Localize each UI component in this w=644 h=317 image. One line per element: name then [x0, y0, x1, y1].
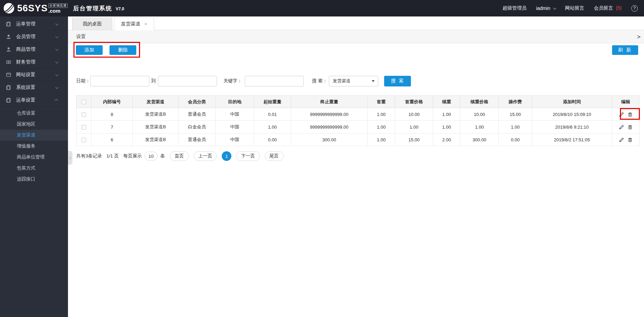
chevron-down-icon	[553, 6, 556, 10]
row-checkbox[interactable]	[81, 125, 86, 130]
member-messages-link[interactable]: 会员留言 (5)	[594, 5, 622, 11]
submenu-item-product-unit-mgmt[interactable]: 商品单位管理	[0, 152, 68, 163]
submenu-item-country-region[interactable]: 国家地区	[0, 119, 68, 130]
col-destination: 目的地	[216, 96, 254, 108]
search-type-select[interactable]: 发货渠道	[329, 76, 378, 86]
trash-icon[interactable]	[628, 125, 633, 130]
row-actions	[612, 112, 639, 117]
member-messages-label: 会员留言	[594, 5, 613, 11]
user-role-label: 超级管理员	[503, 5, 527, 11]
col-operation-fee: 操作费	[499, 96, 532, 108]
sidebar-item-website-settings[interactable]: 网站设置	[0, 69, 68, 81]
submenu-item-value-added-services[interactable]: 增值服务	[0, 141, 68, 152]
per-page-label: 每页展示	[123, 153, 142, 159]
edit-icon[interactable]	[619, 125, 624, 130]
cell-end-weight: 300.00	[291, 133, 368, 146]
chevron-down-icon	[55, 35, 59, 38]
chevron-down-icon	[55, 73, 59, 76]
to-label: 到	[151, 78, 156, 84]
first-page-button[interactable]: 首页	[170, 151, 189, 161]
header-right: 超级管理员 iadmin 网站留言 会员留言 (5) ?	[493, 5, 638, 12]
cell-add-time: 2019/8/2 17:51:05	[532, 133, 612, 146]
sidebar-item-label: 运单管理	[16, 21, 35, 27]
logo-swoosh-icon	[3, 2, 15, 14]
cell-operation-fee: 15.00	[499, 108, 532, 121]
page-info-text: 1/1 页	[106, 153, 119, 159]
submenu-item-warehouse-settings[interactable]: 仓库设置	[0, 108, 68, 119]
date-to-input[interactable]	[158, 76, 217, 86]
cell-first-price: 10.00	[395, 108, 433, 121]
delete-button[interactable]: 删除	[110, 45, 136, 55]
sidebar-item-label: 会员管理	[16, 34, 35, 40]
panel-expand-arrow[interactable]: >	[637, 33, 641, 40]
top-header: 56SYS 全景物流通 .com 后台管理系统 V7.0 超级管理员 iadmi…	[0, 0, 644, 16]
search-button[interactable]: 搜 索	[384, 76, 411, 86]
sidebar-item-finance-mgmt[interactable]: 财务管理	[0, 56, 68, 69]
logo-com: .com	[48, 8, 68, 13]
trash-icon[interactable]	[628, 137, 633, 142]
per-page-unit: 条	[160, 153, 165, 159]
col-cont-price: 续重价格	[460, 96, 499, 108]
chevron-down-icon	[55, 60, 59, 63]
submenu-item-tracking-api[interactable]: 追踪接口	[0, 174, 68, 185]
close-icon[interactable]: ×	[144, 21, 147, 27]
cell-add-time: 2019/8/10 15:09:10	[532, 108, 612, 121]
edit-icon[interactable]	[619, 137, 624, 142]
cell-add-time: 2019/8/6 9:21:10	[532, 121, 612, 133]
panel-header: 设置 >	[68, 30, 644, 43]
add-button[interactable]: 添加	[76, 45, 103, 55]
site-messages-link[interactable]: 网站留言	[565, 5, 584, 11]
row-actions	[612, 125, 639, 130]
tab-shipping-channel[interactable]: 发货渠道 ×	[114, 17, 154, 30]
refresh-button[interactable]: 刷 新	[612, 45, 638, 55]
cell-destination: 中国	[216, 108, 254, 121]
dropdown-caret-icon	[372, 80, 375, 82]
logo-sub: 全景物流通 .com	[48, 3, 68, 13]
cell-member-class: 白金会员	[179, 121, 216, 133]
submenu-item-packing-method[interactable]: 包装方式	[0, 163, 68, 174]
cell-internal-id: 8	[91, 108, 133, 121]
prev-page-button[interactable]: 上一页	[194, 151, 217, 161]
col-end-weight: 终止重量	[291, 96, 368, 108]
trash-icon[interactable]	[628, 112, 633, 117]
row-checkbox[interactable]	[81, 138, 86, 142]
col-first-weight: 首重	[368, 96, 395, 108]
logo-text: 56SYS	[17, 3, 48, 14]
sidebar-collapse-handle[interactable]: ‹	[68, 151, 72, 165]
user-menu[interactable]: iadmin	[536, 5, 555, 11]
sidebar-item-system-settings[interactable]: 系统设置	[0, 81, 68, 94]
cell-cont-weight: 1.00	[433, 108, 460, 121]
last-page-button[interactable]: 尾页	[265, 151, 284, 161]
current-page-badge[interactable]: 1	[222, 151, 231, 161]
sidebar-item-waybill-mgmt[interactable]: 运单管理	[0, 18, 68, 31]
username: iadmin	[536, 5, 550, 11]
submenu-item-shipping-channel[interactable]: 发货渠道	[0, 130, 68, 141]
help-icon[interactable]: ?	[631, 5, 638, 12]
next-page-button[interactable]: 下一页	[236, 151, 260, 161]
sidebar-item-label: 系统设置	[16, 84, 35, 91]
edit-icon[interactable]	[619, 112, 624, 117]
row-checkbox[interactable]	[81, 112, 86, 117]
cell-operation-fee: 0.00	[499, 133, 532, 146]
date-from-input[interactable]	[90, 76, 149, 86]
sidebar-item-label: 网站设置	[16, 72, 35, 78]
keyword-label: 关键字：	[223, 78, 242, 84]
date-label: 日期：	[76, 78, 90, 84]
sidebar-item-waybill-settings[interactable]: 运单设置	[0, 94, 68, 107]
sidebar-item-member-mgmt[interactable]: 会员管理	[0, 31, 68, 43]
sidebar-item-product-mgmt[interactable]: 商品管理	[0, 43, 68, 56]
keyword-input[interactable]	[245, 76, 304, 86]
cell-first-weight: 1.00	[368, 108, 395, 121]
record-count-text: 共有3条记录	[76, 153, 102, 159]
document-icon	[5, 21, 12, 27]
col-channel: 发货渠道	[133, 96, 179, 108]
tab-my-desktop[interactable]: 我的桌面	[72, 17, 112, 30]
select-all-checkbox[interactable]	[81, 99, 86, 104]
logo-tagline: 全景物流通	[48, 3, 68, 8]
chevron-up-icon	[55, 99, 58, 102]
admin-screen: 56SYS 全景物流通 .com 后台管理系统 V7.0 超级管理员 iadmi…	[0, 0, 644, 317]
sidebar-nav: 运单管理 会员管理 商品管理 财务管理	[0, 16, 68, 317]
cell-cont-weight: 2.00	[433, 133, 460, 146]
col-internal-id: 内部编号	[91, 96, 133, 108]
per-page-input[interactable]: 10	[145, 152, 158, 161]
